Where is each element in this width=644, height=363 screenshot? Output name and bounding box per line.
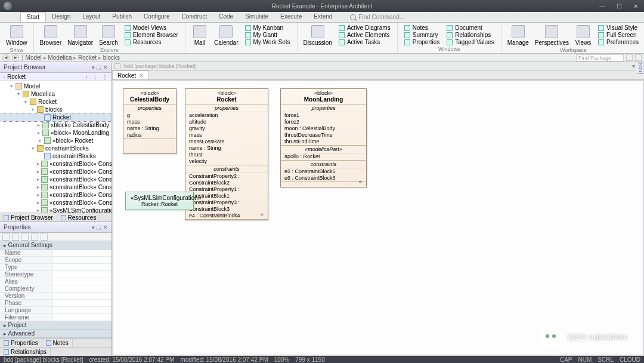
tree-node[interactable]: ▾Model	[0, 82, 112, 90]
worksets-item[interactable]: My Work Sets	[244, 39, 292, 45]
tree-node[interactable]: ▾Modelica	[0, 90, 112, 98]
tree-node[interactable]: ▸«constraintBlock» ConstraintBlock1	[0, 160, 112, 168]
property-row[interactable]: Filename	[0, 314, 112, 321]
pb-root[interactable]: Rocket	[7, 73, 26, 80]
ribbon-tab-simulate[interactable]: Simulate	[239, 12, 274, 22]
summary-item[interactable]: Summary	[403, 32, 441, 38]
tree-node[interactable]: ▸«constraintBlock» ConstraintBlock4	[0, 183, 112, 191]
kanban-item[interactable]: My Kanban	[244, 24, 292, 31]
breadcrumb-item[interactable]: Model	[26, 54, 42, 61]
element-browser-item[interactable]: Element Browser	[123, 32, 179, 38]
panel-tab[interactable]: Resources	[57, 213, 101, 222]
active-tasks-item[interactable]: Active Tasks	[338, 39, 392, 45]
tree-node[interactable]: ▾blocks	[0, 106, 112, 113]
visual-style-item[interactable]: Visual Style	[597, 24, 640, 31]
discussion-button[interactable]: Discussion	[301, 24, 335, 47]
tree-node[interactable]: ▸«block» Rocket	[0, 137, 112, 144]
breadcrumb-item[interactable]: blocks	[103, 54, 120, 61]
breadcrumb-item[interactable]: Modelica	[48, 54, 72, 61]
ribbon-tab-configure[interactable]: Configure	[138, 12, 175, 22]
properties-item[interactable]: Properties	[403, 39, 441, 45]
block-moonlanding[interactable]: «block»MoonLanding propertiesforce1force…	[280, 88, 367, 187]
property-row[interactable]: Complexity	[0, 285, 112, 293]
relationships-item[interactable]: Relationships	[445, 32, 495, 38]
notes-item[interactable]: Notes	[403, 24, 441, 31]
ribbon-tab-code[interactable]: Code	[213, 12, 239, 22]
ptool-2[interactable]	[12, 233, 19, 241]
pb-tool-3[interactable]: ⋮	[102, 74, 108, 80]
nav-fwd-button[interactable]: ►	[12, 54, 19, 61]
tree-node[interactable]: ▸«constraintBlock» ConstraintBlock5	[0, 191, 112, 199]
find-command[interactable]: Find Command...	[350, 12, 404, 22]
ptool-4[interactable]	[31, 233, 38, 241]
navigator-button[interactable]: Navigator	[65, 24, 95, 47]
active-elements-item[interactable]: Active Elements	[338, 32, 392, 38]
project-header[interactable]: ▸ Project	[0, 321, 112, 330]
tree-node[interactable]: ▸«constraintBlock» ConstraintBlock3	[0, 176, 112, 183]
document-item[interactable]: Document	[445, 24, 495, 31]
property-row[interactable]: Phase	[0, 300, 112, 307]
tree-node[interactable]: Rocket	[0, 113, 112, 121]
property-row[interactable]: Scope	[0, 257, 112, 264]
relationships-tab[interactable]: Relationships	[0, 347, 51, 356]
property-row[interactable]: Name	[0, 250, 112, 257]
full-screen-item[interactable]: Full Screen	[597, 32, 640, 38]
ribbon-tab-execute[interactable]: Execute	[274, 12, 308, 22]
pin-icon[interactable]: ▾ ⬚ ✕	[92, 64, 108, 70]
active-diagrams-item[interactable]: Active Diagrams	[338, 24, 392, 31]
ptool-5[interactable]	[41, 233, 48, 241]
browser-button[interactable]: Browser	[38, 24, 64, 47]
breadcrumb-item[interactable]: Rocket	[78, 54, 97, 61]
tree-node[interactable]: ▸«block» CelestialBody	[0, 121, 112, 129]
ribbon-tab-layout[interactable]: Layout	[76, 12, 106, 22]
pb-tool-1[interactable]: ↑	[85, 74, 91, 80]
block-simconfig[interactable]: «SysMLSimConfiguration» Rocket::Rocket	[125, 192, 194, 210]
property-row[interactable]: Language	[0, 307, 112, 314]
tagged-item[interactable]: Tagged Values	[445, 39, 495, 45]
property-row[interactable]: Version	[0, 293, 112, 300]
views-button[interactable]: Views	[572, 24, 594, 47]
nav-tool-2[interactable]	[635, 54, 642, 61]
tree-node[interactable]: ▾Rocket	[0, 98, 112, 106]
project-tree[interactable]: ▾Model▾Modelica▾Rocket▾blocksRocket▸«blo…	[0, 81, 112, 213]
block-celestialbody[interactable]: «block»CelestialBody propertiesgmassname…	[123, 88, 177, 154]
ptool-1[interactable]	[2, 233, 10, 241]
start-side-tab[interactable]: Start	[636, 62, 644, 74]
search-button[interactable]: Search	[97, 24, 120, 47]
ribbon-tab-extend[interactable]: Extend	[308, 12, 338, 22]
nav-tool-1[interactable]	[626, 54, 633, 61]
maximize-button[interactable]: ☐	[611, 0, 627, 12]
ptool-3[interactable]	[21, 233, 29, 241]
panel-tab[interactable]: Notes	[42, 339, 73, 347]
manage-button[interactable]: Manage	[505, 24, 531, 47]
find-package-input[interactable]: Find Package	[576, 54, 624, 61]
window-button[interactable]: Window	[4, 24, 30, 47]
minimize-button[interactable]: —	[594, 0, 611, 12]
calendar-button[interactable]: Calendar	[212, 24, 241, 47]
tree-node[interactable]: ▸«block» MoonLanding	[0, 129, 112, 137]
tree-node[interactable]: ▸«constraintBlock» ConstraintBlock6	[0, 199, 112, 207]
pin-icon[interactable]: ▾ ⬚ ✕	[92, 224, 108, 230]
diagram-canvas[interactable]: «block»CelestialBody propertiesgmassname…	[113, 81, 643, 355]
mail-button[interactable]: Mail	[189, 24, 210, 47]
ribbon-tab-start[interactable]: Start	[20, 12, 46, 22]
panel-tab[interactable]: Project Browser	[0, 213, 57, 222]
close-button[interactable]: ✕	[627, 0, 644, 12]
panel-tab[interactable]: Properties	[0, 339, 42, 347]
close-tab-icon[interactable]: ✕	[139, 72, 144, 79]
perspectives-button[interactable]: Perspectives	[532, 24, 571, 47]
preferences-item[interactable]: Preferences	[597, 39, 640, 45]
tree-node[interactable]: constraintBlocks	[0, 152, 112, 160]
ribbon-tab-construct[interactable]: Construct	[175, 12, 213, 22]
advanced-header[interactable]: ▸ Advanced	[0, 330, 112, 338]
ribbon-tab-design[interactable]: Design	[46, 12, 76, 22]
model-views-item[interactable]: Model Views	[123, 24, 179, 31]
gantt-item[interactable]: My Gantt	[244, 32, 292, 38]
pb-tool-2[interactable]: ↓	[94, 74, 100, 80]
general-settings-header[interactable]: ▸ General Settings	[0, 241, 112, 250]
resources-item[interactable]: Resources	[123, 39, 179, 45]
tree-node[interactable]: ▸«SysMLSimConfiguration» Rocket	[0, 207, 112, 213]
nav-back-button[interactable]: ◄	[2, 54, 10, 61]
tree-node[interactable]: ▸«constraintBlock» ConstraintBlock2	[0, 168, 112, 176]
property-row[interactable]: Type	[0, 264, 112, 271]
